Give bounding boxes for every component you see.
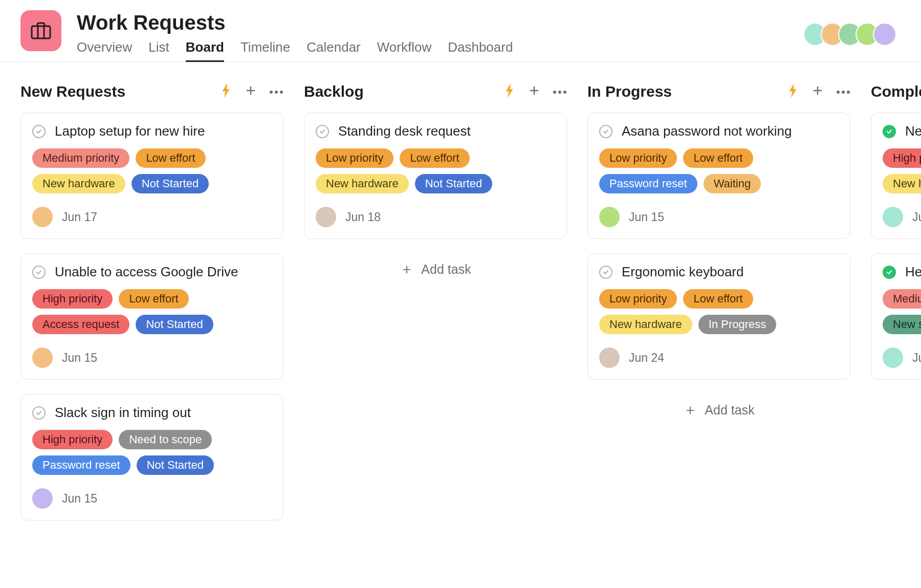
tag[interactable]: Password reset — [599, 174, 697, 193]
tag[interactable]: Password reset — [32, 455, 130, 475]
card-footer: Jun 15 — [599, 207, 839, 227]
column-header: In Progress — [587, 83, 850, 100]
tag[interactable]: High prio — [883, 148, 921, 168]
tab-workflow[interactable]: Workflow — [377, 39, 431, 62]
complete-checkbox[interactable] — [883, 125, 896, 138]
add-task-button[interactable]: ＋Add task — [304, 253, 567, 285]
column-more-button[interactable] — [269, 87, 283, 96]
card-title: Ergonomic keyboard — [622, 264, 743, 280]
tag[interactable]: New hardware — [316, 174, 409, 193]
complete-checkbox[interactable] — [599, 125, 612, 138]
assignee-avatar[interactable] — [883, 207, 903, 227]
assignee-avatar[interactable] — [883, 347, 903, 368]
tag[interactable]: New soft — [883, 315, 921, 334]
tag[interactable]: Low priority — [599, 148, 677, 168]
add-task-label: Add task — [421, 262, 471, 277]
due-date: Jun 2 — [912, 351, 921, 365]
tag[interactable]: Not Started — [415, 174, 492, 193]
tag[interactable]: Not Started — [136, 315, 213, 334]
add-card-button[interactable] — [812, 84, 824, 99]
tab-list[interactable]: List — [148, 39, 169, 62]
complete-checkbox[interactable] — [32, 266, 46, 279]
tag[interactable]: Low effort — [400, 148, 469, 168]
due-date: Jun 17 — [62, 210, 97, 224]
assignee-avatar[interactable] — [32, 347, 53, 368]
project-title: Work Requests — [77, 11, 809, 34]
tab-calendar[interactable]: Calendar — [306, 39, 361, 62]
member-avatar[interactable] — [873, 23, 896, 46]
svg-point-11 — [558, 91, 561, 94]
column-header: Backlog — [304, 83, 567, 100]
complete-checkbox[interactable] — [32, 406, 46, 420]
member-avatar-stack[interactable] — [809, 23, 896, 46]
task-card[interactable]: New hHigh prioNew hardJun 1 — [871, 113, 921, 239]
card-footer: Jun 24 — [599, 347, 839, 368]
tag[interactable]: Low effort — [683, 148, 753, 168]
svg-point-6 — [275, 91, 278, 94]
bolt-icon — [505, 83, 516, 98]
tag[interactable]: Not Started — [131, 174, 209, 193]
tag[interactable]: Access request — [32, 315, 129, 334]
due-date: Jun 15 — [629, 210, 664, 224]
more-icon — [553, 90, 567, 94]
tag[interactable]: Need to scope — [119, 430, 212, 449]
task-card[interactable]: Ergonomic keyboardLow priorityLow effort… — [587, 253, 850, 380]
tag-row: Low priorityLow effortPassword resetWait… — [599, 148, 839, 193]
svg-point-16 — [842, 91, 845, 94]
complete-checkbox[interactable] — [32, 125, 46, 138]
tag[interactable]: Medium priority — [32, 148, 129, 168]
task-card[interactable]: Asana password not workingLow priorityLo… — [587, 113, 850, 239]
card-title-row: Ergonomic keyboard — [599, 264, 839, 280]
assignee-avatar[interactable] — [32, 488, 53, 509]
task-card[interactable]: Standing desk requestLow priorityLow eff… — [304, 113, 567, 239]
header-main: Work Requests OverviewListBoardTimelineC… — [77, 10, 809, 62]
tab-board[interactable]: Board — [186, 39, 224, 62]
tag[interactable]: Low priority — [316, 148, 393, 168]
tag[interactable]: New hardware — [599, 315, 692, 334]
complete-checkbox[interactable] — [599, 266, 612, 279]
tag[interactable]: Not Started — [137, 455, 214, 475]
plus-icon — [528, 84, 540, 97]
tag[interactable]: High priority — [32, 430, 113, 449]
tag[interactable]: Low effort — [683, 289, 753, 309]
column: BacklogStanding desk requestLow priority… — [304, 83, 567, 535]
task-card[interactable]: Laptop setup for new hireMedium priority… — [20, 113, 283, 239]
project-icon — [20, 10, 61, 51]
tab-dashboard[interactable]: Dashboard — [448, 39, 513, 62]
tab-timeline[interactable]: Timeline — [240, 39, 290, 62]
tag[interactable]: New hardware — [32, 174, 125, 193]
automation-bolt-icon[interactable] — [221, 83, 232, 100]
automation-bolt-icon[interactable] — [505, 83, 516, 100]
assignee-avatar[interactable] — [599, 207, 620, 227]
tag[interactable]: In Progress — [698, 315, 777, 334]
tag[interactable]: Low priority — [599, 289, 677, 309]
column-actions — [505, 83, 567, 100]
add-task-button[interactable]: ＋Add task — [587, 394, 850, 426]
tag[interactable]: Low effort — [119, 289, 188, 309]
task-card[interactable]: Unable to access Google DriveHigh priori… — [20, 253, 283, 380]
column-more-button[interactable] — [553, 87, 567, 96]
column-title: In Progress — [587, 83, 788, 100]
assignee-avatar[interactable] — [599, 347, 620, 368]
automation-bolt-icon[interactable] — [788, 83, 799, 100]
svg-point-10 — [553, 91, 556, 94]
task-card[interactable]: Slack sign in timing outHigh priorityNee… — [20, 394, 283, 520]
add-card-button[interactable] — [528, 84, 540, 99]
bolt-icon — [788, 83, 799, 98]
tag[interactable]: High priority — [32, 289, 113, 309]
assignee-avatar[interactable] — [316, 207, 336, 227]
complete-checkbox[interactable] — [316, 125, 329, 138]
card-title-row: Heatm — [883, 264, 921, 280]
complete-checkbox[interactable] — [883, 266, 896, 279]
column-more-button[interactable] — [836, 87, 850, 96]
tag[interactable]: New hard — [883, 174, 921, 193]
tab-overview[interactable]: Overview — [77, 39, 132, 62]
card-footer: Jun 15 — [32, 347, 272, 368]
task-card[interactable]: HeatmMedium pNew softJun 2 — [871, 253, 921, 380]
assignee-avatar[interactable] — [32, 207, 53, 227]
card-title: Unable to access Google Drive — [55, 264, 238, 280]
tag[interactable]: Low effort — [136, 148, 205, 168]
add-card-button[interactable] — [245, 84, 257, 99]
tag[interactable]: Medium p — [883, 289, 921, 309]
tag[interactable]: Waiting — [704, 174, 761, 193]
